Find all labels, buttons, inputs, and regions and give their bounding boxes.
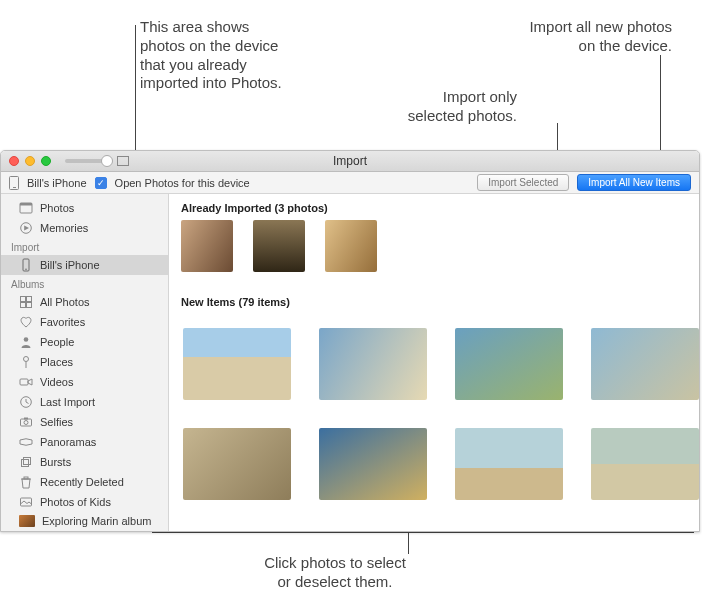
photo-thumbnail[interactable] <box>319 428 427 500</box>
photos-icon <box>19 201 33 215</box>
sidebar-item-videos[interactable]: Videos <box>1 372 168 392</box>
sidebar-item-bursts[interactable]: Bursts <box>1 452 168 472</box>
traffic-lights[interactable] <box>9 156 51 166</box>
sidebar-item-label: Favorites <box>40 316 85 328</box>
titlebar: Import <box>1 151 699 172</box>
callout-import-selected: Import only selected photos. <box>408 88 517 126</box>
callout-line <box>152 532 694 533</box>
sidebar-item-selfies[interactable]: Selfies <box>1 412 168 432</box>
device-icon <box>9 176 19 190</box>
callout-import-all: Import all new photos on the device. <box>529 18 672 56</box>
photo-thumbnail[interactable] <box>253 220 305 272</box>
pano-icon <box>19 435 33 449</box>
main-content: Already Imported (3 photos) New Items (7… <box>169 194 699 531</box>
svg-point-5 <box>25 269 27 271</box>
sidebar-item-label: Bursts <box>40 456 71 468</box>
sidebar-item-label: Panoramas <box>40 436 96 448</box>
sidebar-item-last-import[interactable]: Last Import <box>1 392 168 412</box>
import-all-button[interactable]: Import All New Items <box>577 174 691 191</box>
trash-icon <box>19 475 33 489</box>
burst-icon <box>19 455 33 469</box>
sidebar-item-label: All Photos <box>40 296 90 308</box>
photo-thumbnail[interactable] <box>181 220 233 272</box>
photo-thumbnail[interactable] <box>319 328 427 400</box>
photo-thumbnail[interactable] <box>455 328 563 400</box>
video-icon <box>19 375 33 389</box>
maximize-icon[interactable] <box>41 156 51 166</box>
heart-icon <box>19 315 33 329</box>
zoom-slider[interactable] <box>65 159 113 163</box>
sidebar-item-alaska[interactable]: Alaska album <box>1 530 168 531</box>
device-icon <box>19 258 33 272</box>
sidebar: Photos Memories Import Bill's iPhone Alb… <box>1 194 169 531</box>
svg-point-17 <box>24 421 28 425</box>
already-imported-thumbs <box>169 220 699 272</box>
open-photos-label: Open Photos for this device <box>115 177 250 189</box>
close-icon[interactable] <box>9 156 19 166</box>
svg-rect-9 <box>27 303 32 308</box>
photo-thumbnail[interactable] <box>183 428 291 500</box>
sidebar-item-memories[interactable]: Memories <box>1 218 168 238</box>
svg-rect-8 <box>21 303 26 308</box>
device-name: Bill's iPhone <box>27 177 87 189</box>
photo-thumbnail[interactable] <box>455 428 563 500</box>
svg-rect-7 <box>27 297 32 302</box>
sidebar-item-label: Recently Deleted <box>40 476 124 488</box>
pin-icon <box>19 355 33 369</box>
sidebar-item-places[interactable]: Places <box>1 352 168 372</box>
svg-point-11 <box>24 357 29 362</box>
svg-rect-1 <box>20 203 32 206</box>
svg-marker-3 <box>24 226 29 231</box>
clock-icon <box>19 395 33 409</box>
sidebar-item-label: Photos of Kids <box>40 496 111 508</box>
svg-rect-18 <box>24 418 28 420</box>
new-items-grid <box>169 314 699 500</box>
import-selected-button[interactable]: Import Selected <box>477 174 569 191</box>
sidebar-item-label: People <box>40 336 74 348</box>
sidebar-item-label: Exploring Marin album <box>42 515 151 527</box>
sidebar-item-label: Photos <box>40 202 74 214</box>
sidebar-item-recently-deleted[interactable]: Recently Deleted <box>1 472 168 492</box>
minimize-icon[interactable] <box>25 156 35 166</box>
thumbnail-size-icon[interactable] <box>117 156 129 166</box>
sidebar-item-exploring-marin[interactable]: Exploring Marin album <box>1 512 168 530</box>
photo-thumbnail[interactable] <box>591 328 699 400</box>
sidebar-item-panoramas[interactable]: Panoramas <box>1 432 168 452</box>
callout-click-to-select: Click photos to select or deselect them. <box>210 554 460 592</box>
svg-rect-20 <box>24 458 31 465</box>
photo-thumbnail[interactable] <box>591 428 699 500</box>
svg-marker-14 <box>28 379 32 385</box>
svg-rect-13 <box>20 379 28 385</box>
photo-thumbnail[interactable] <box>325 220 377 272</box>
sidebar-item-label: Memories <box>40 222 88 234</box>
memories-icon <box>19 221 33 235</box>
sidebar-item-label: Selfies <box>40 416 73 428</box>
photo-thumbnail[interactable] <box>183 328 291 400</box>
photos-app-window: Import Bill's iPhone ✓ Open Photos for t… <box>0 150 700 532</box>
sidebar-item-label: Places <box>40 356 73 368</box>
sidebar-item-photos[interactable]: Photos <box>1 198 168 218</box>
sidebar-item-photos-of-kids[interactable]: Photos of Kids <box>1 492 168 512</box>
sidebar-item-device[interactable]: Bill's iPhone <box>1 255 168 275</box>
import-options-bar: Bill's iPhone ✓ Open Photos for this dev… <box>1 172 699 194</box>
already-imported-header: Already Imported (3 photos) <box>169 194 699 220</box>
svg-rect-6 <box>21 297 26 302</box>
allphotos-icon <box>19 295 33 309</box>
sidebar-item-label: Bill's iPhone <box>40 259 100 271</box>
album-icon <box>19 495 33 509</box>
sidebar-item-favorites[interactable]: Favorites <box>1 312 168 332</box>
open-photos-checkbox[interactable]: ✓ <box>95 177 107 189</box>
sidebar-section-import: Import <box>1 238 168 255</box>
svg-rect-19 <box>22 460 29 467</box>
sidebar-item-label: Last Import <box>40 396 95 408</box>
svg-rect-22 <box>24 477 28 479</box>
new-items-header: New Items (79 items) <box>169 288 699 314</box>
sidebar-item-people[interactable]: People <box>1 332 168 352</box>
callout-line <box>408 532 409 554</box>
callout-already-imported: This area shows photos on the device tha… <box>140 18 282 93</box>
sidebar-item-label: Videos <box>40 376 73 388</box>
album-thumbnail-icon <box>19 515 35 527</box>
person-icon <box>19 335 33 349</box>
sidebar-section-albums: Albums <box>1 275 168 292</box>
sidebar-item-all-photos[interactable]: All Photos <box>1 292 168 312</box>
